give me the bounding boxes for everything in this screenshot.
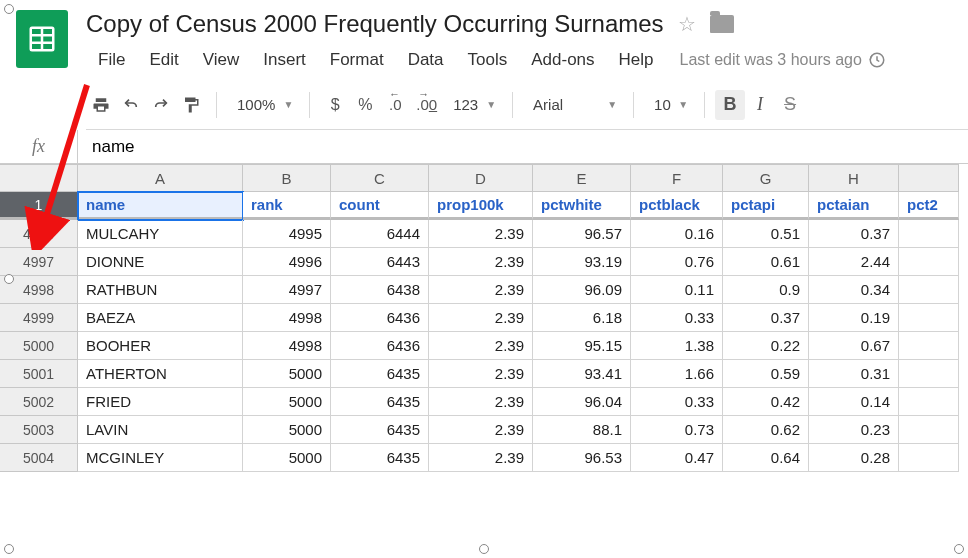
header-cell[interactable]: prop100k bbox=[429, 192, 533, 220]
cell[interactable] bbox=[899, 444, 959, 472]
cell[interactable]: 0.16 bbox=[631, 220, 723, 248]
currency-button[interactable]: $ bbox=[320, 90, 350, 120]
paint-format-button[interactable] bbox=[176, 90, 206, 120]
cell[interactable]: 6435 bbox=[331, 416, 429, 444]
cell[interactable]: 0.76 bbox=[631, 248, 723, 276]
cell[interactable]: DIONNE bbox=[78, 248, 243, 276]
cell[interactable] bbox=[899, 332, 959, 360]
cell[interactable]: 0.23 bbox=[809, 416, 899, 444]
crop-handle[interactable] bbox=[4, 4, 14, 14]
menu-insert[interactable]: Insert bbox=[251, 46, 318, 74]
increase-decimal-button[interactable]: .00→ bbox=[410, 90, 443, 120]
header-cell[interactable]: pct2 bbox=[899, 192, 959, 220]
cell[interactable]: 0.11 bbox=[631, 276, 723, 304]
font-size-dropdown[interactable]: 10▼ bbox=[644, 90, 694, 120]
select-all-corner[interactable] bbox=[0, 164, 78, 192]
cell[interactable] bbox=[899, 416, 959, 444]
menu-tools[interactable]: Tools bbox=[456, 46, 520, 74]
cell[interactable]: 0.9 bbox=[723, 276, 809, 304]
cell[interactable]: 1.38 bbox=[631, 332, 723, 360]
menu-format[interactable]: Format bbox=[318, 46, 396, 74]
cell[interactable]: 5000 bbox=[243, 388, 331, 416]
undo-button[interactable] bbox=[116, 90, 146, 120]
cell[interactable]: 6435 bbox=[331, 388, 429, 416]
header-cell[interactable]: name bbox=[78, 192, 243, 220]
cell[interactable]: 0.59 bbox=[723, 360, 809, 388]
print-button[interactable] bbox=[86, 90, 116, 120]
header-cell[interactable]: pctaian bbox=[809, 192, 899, 220]
cell[interactable]: MCGINLEY bbox=[78, 444, 243, 472]
crop-handle[interactable] bbox=[4, 274, 14, 284]
cell[interactable]: 0.28 bbox=[809, 444, 899, 472]
cell[interactable]: 0.37 bbox=[809, 220, 899, 248]
decrease-decimal-button[interactable]: .0← bbox=[380, 90, 410, 120]
folder-icon[interactable] bbox=[710, 15, 734, 33]
row-header[interactable]: 4996 bbox=[0, 220, 78, 248]
cell[interactable] bbox=[899, 248, 959, 276]
col-header-extra[interactable] bbox=[899, 164, 959, 192]
cell[interactable]: 0.19 bbox=[809, 304, 899, 332]
formula-input[interactable] bbox=[78, 130, 968, 163]
col-header-B[interactable]: B bbox=[243, 164, 331, 192]
menu-data[interactable]: Data bbox=[396, 46, 456, 74]
menu-file[interactable]: File bbox=[86, 46, 137, 74]
row-header[interactable]: 5000 bbox=[0, 332, 78, 360]
bold-button[interactable]: B bbox=[715, 90, 745, 120]
header-cell[interactable]: pctapi bbox=[723, 192, 809, 220]
header-cell[interactable]: rank bbox=[243, 192, 331, 220]
cell[interactable]: 0.64 bbox=[723, 444, 809, 472]
cell[interactable]: 6.18 bbox=[533, 304, 631, 332]
cell[interactable]: 0.31 bbox=[809, 360, 899, 388]
cell[interactable]: 5000 bbox=[243, 444, 331, 472]
menu-help[interactable]: Help bbox=[607, 46, 666, 74]
cell[interactable]: 0.37 bbox=[723, 304, 809, 332]
cell[interactable]: RATHBUN bbox=[78, 276, 243, 304]
col-header-C[interactable]: C bbox=[331, 164, 429, 192]
col-header-E[interactable]: E bbox=[533, 164, 631, 192]
document-title[interactable]: Copy of Census 2000 Frequently Occurring… bbox=[86, 10, 664, 38]
cell[interactable]: 6436 bbox=[331, 304, 429, 332]
cell[interactable] bbox=[899, 360, 959, 388]
cell[interactable]: 0.73 bbox=[631, 416, 723, 444]
cell[interactable]: 93.19 bbox=[533, 248, 631, 276]
cell[interactable] bbox=[899, 220, 959, 248]
cell[interactable]: 6443 bbox=[331, 248, 429, 276]
header-cell[interactable]: count bbox=[331, 192, 429, 220]
row-header[interactable]: 5002 bbox=[0, 388, 78, 416]
cell[interactable]: 2.39 bbox=[429, 248, 533, 276]
cell[interactable]: 95.15 bbox=[533, 332, 631, 360]
cell[interactable]: 0.51 bbox=[723, 220, 809, 248]
cell[interactable]: 0.61 bbox=[723, 248, 809, 276]
cell[interactable]: 6435 bbox=[331, 360, 429, 388]
strikethrough-button[interactable]: S bbox=[775, 90, 805, 120]
cell[interactable]: 0.14 bbox=[809, 388, 899, 416]
cell[interactable]: 5000 bbox=[243, 360, 331, 388]
cell[interactable]: BOOHER bbox=[78, 332, 243, 360]
cell[interactable]: 6435 bbox=[331, 444, 429, 472]
cell[interactable]: 0.33 bbox=[631, 388, 723, 416]
row-header[interactable]: 4997 bbox=[0, 248, 78, 276]
col-header-D[interactable]: D bbox=[429, 164, 533, 192]
cell[interactable]: 1.66 bbox=[631, 360, 723, 388]
cell[interactable]: 0.34 bbox=[809, 276, 899, 304]
star-icon[interactable]: ☆ bbox=[678, 12, 696, 36]
font-family-dropdown[interactable]: Arial▼ bbox=[523, 90, 623, 120]
cell[interactable]: MULCAHY bbox=[78, 220, 243, 248]
cell[interactable]: 5000 bbox=[243, 416, 331, 444]
col-header-G[interactable]: G bbox=[723, 164, 809, 192]
cell[interactable]: 6444 bbox=[331, 220, 429, 248]
cell[interactable]: 4998 bbox=[243, 332, 331, 360]
cell[interactable] bbox=[899, 304, 959, 332]
cell[interactable]: 0.67 bbox=[809, 332, 899, 360]
col-header-F[interactable]: F bbox=[631, 164, 723, 192]
cell[interactable]: 2.39 bbox=[429, 444, 533, 472]
cell[interactable]: 2.39 bbox=[429, 220, 533, 248]
cell[interactable]: 96.53 bbox=[533, 444, 631, 472]
cell[interactable]: 2.39 bbox=[429, 416, 533, 444]
cell[interactable]: 2.39 bbox=[429, 304, 533, 332]
cell[interactable]: LAVIN bbox=[78, 416, 243, 444]
cell[interactable]: 88.1 bbox=[533, 416, 631, 444]
cell[interactable]: 96.09 bbox=[533, 276, 631, 304]
cell[interactable]: 4996 bbox=[243, 248, 331, 276]
percent-button[interactable]: % bbox=[350, 90, 380, 120]
